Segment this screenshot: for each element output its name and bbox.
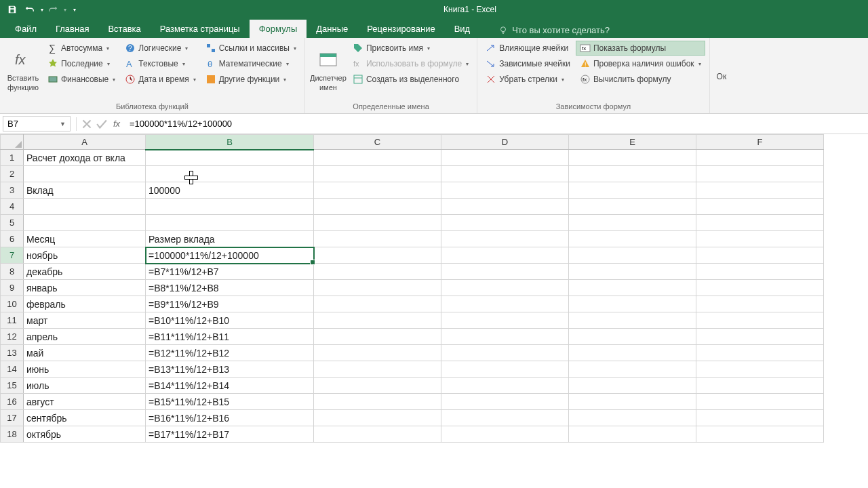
row-header-9[interactable]: 9 xyxy=(1,280,24,296)
cell-E13[interactable] xyxy=(569,345,696,361)
tab-layout[interactable]: Разметка страницы xyxy=(151,20,250,38)
cell-B5[interactable] xyxy=(146,215,314,231)
cancel-formula-button[interactable] xyxy=(79,117,94,131)
col-header-A[interactable]: A xyxy=(24,135,146,150)
col-header-D[interactable]: D xyxy=(441,135,569,150)
cell-F14[interactable] xyxy=(696,361,824,378)
cell-B16[interactable]: =B15*11%/12+B15 xyxy=(146,394,314,410)
row-header-16[interactable]: 16 xyxy=(1,394,24,410)
create-from-selection-button[interactable]: Создать из выделенного xyxy=(349,72,473,87)
cell-D12[interactable] xyxy=(441,329,569,345)
select-all-corner[interactable] xyxy=(1,135,24,150)
cell-D11[interactable] xyxy=(441,312,569,329)
cell-E8[interactable] xyxy=(569,264,696,280)
row-header-3[interactable]: 3 xyxy=(1,182,24,199)
cell-E4[interactable] xyxy=(569,199,696,215)
cell-D8[interactable] xyxy=(441,264,569,280)
cell-D13[interactable] xyxy=(441,345,569,361)
define-name-button[interactable]: Присвоить имя▾ xyxy=(349,41,473,56)
cell-E17[interactable] xyxy=(569,410,696,426)
enter-formula-button[interactable] xyxy=(94,117,109,131)
cell-E6[interactable] xyxy=(569,231,696,247)
cell-D10[interactable] xyxy=(441,296,569,312)
cell-D16[interactable] xyxy=(441,394,569,410)
cell-B14[interactable]: =B13*11%/12+B13 xyxy=(146,361,314,378)
cell-E5[interactable] xyxy=(569,215,696,231)
cell-C16[interactable] xyxy=(314,394,441,410)
cell-F2[interactable] xyxy=(696,166,824,182)
cell-C1[interactable] xyxy=(314,150,441,166)
row-header-2[interactable]: 2 xyxy=(1,166,24,182)
cell-B13[interactable]: =B12*11%/12+B12 xyxy=(146,345,314,361)
cell-D3[interactable] xyxy=(441,182,569,199)
cell-F6[interactable] xyxy=(696,231,824,247)
cell-A4[interactable] xyxy=(24,199,146,215)
show-formulas-button[interactable]: fxПоказать формулы xyxy=(576,41,705,56)
datetime-button[interactable]: Дата и время▾ xyxy=(121,72,199,87)
autosum-button[interactable]: ∑Автосумма▾ xyxy=(43,41,119,56)
row-header-15[interactable]: 15 xyxy=(1,378,24,394)
cell-C15[interactable] xyxy=(314,378,441,394)
cell-D15[interactable] xyxy=(441,378,569,394)
cell-C3[interactable] xyxy=(314,182,441,199)
cell-D2[interactable] xyxy=(441,166,569,182)
cell-B9[interactable]: =B8*11%/12+B8 xyxy=(146,280,314,296)
cell-C10[interactable] xyxy=(314,296,441,312)
cell-A8[interactable]: декабрь xyxy=(24,264,146,280)
cell-F9[interactable] xyxy=(696,280,824,296)
cell-D5[interactable] xyxy=(441,215,569,231)
cell-C13[interactable] xyxy=(314,345,441,361)
row-header-11[interactable]: 11 xyxy=(1,312,24,329)
cell-A9[interactable]: январь xyxy=(24,280,146,296)
recent-button[interactable]: Последние▾ xyxy=(43,56,119,71)
cell-A18[interactable]: октябрь xyxy=(24,426,146,443)
cell-B6[interactable]: Размер вклада xyxy=(146,231,314,247)
cell-F17[interactable] xyxy=(696,410,824,426)
tab-insert[interactable]: Вставка xyxy=(98,20,150,38)
redo-button[interactable] xyxy=(45,1,61,18)
trace-dependents-button[interactable]: Зависимые ячейки xyxy=(481,56,574,71)
cell-E11[interactable] xyxy=(569,312,696,329)
cell-C14[interactable] xyxy=(314,361,441,378)
cell-A5[interactable] xyxy=(24,215,146,231)
tab-home[interactable]: Главная xyxy=(46,20,98,38)
cell-A11[interactable]: март xyxy=(24,312,146,329)
cell-C7[interactable] xyxy=(314,247,441,264)
row-header-10[interactable]: 10 xyxy=(1,296,24,312)
cell-E1[interactable] xyxy=(569,150,696,166)
col-header-E[interactable]: E xyxy=(569,135,696,150)
cell-F5[interactable] xyxy=(696,215,824,231)
tab-formulas[interactable]: Формулы xyxy=(250,20,307,38)
row-header-14[interactable]: 14 xyxy=(1,361,24,378)
cell-C9[interactable] xyxy=(314,280,441,296)
cell-B15[interactable]: =B14*11%/12+B14 xyxy=(146,378,314,394)
cell-B8[interactable]: =B7*11%/12+B7 xyxy=(146,264,314,280)
math-button[interactable]: θМатематические▾ xyxy=(201,56,300,71)
row-header-8[interactable]: 8 xyxy=(1,264,24,280)
cell-C8[interactable] xyxy=(314,264,441,280)
tab-file[interactable]: Файл xyxy=(5,20,46,38)
error-checking-button[interactable]: !Проверка наличия ошибок▾ xyxy=(576,56,705,71)
undo-button[interactable] xyxy=(22,1,38,18)
cell-D7[interactable] xyxy=(441,247,569,264)
cell-C5[interactable] xyxy=(314,215,441,231)
row-header-4[interactable]: 4 xyxy=(1,199,24,215)
cell-A7[interactable]: ноябрь xyxy=(24,247,146,264)
remove-arrows-button[interactable]: Убрать стрелки▾ xyxy=(481,72,574,87)
cell-C2[interactable] xyxy=(314,166,441,182)
name-box-dropdown-icon[interactable]: ▼ xyxy=(60,121,66,127)
cell-A10[interactable]: февраль xyxy=(24,296,146,312)
cell-B11[interactable]: =B10*11%/12+B10 xyxy=(146,312,314,329)
cell-E2[interactable] xyxy=(569,166,696,182)
cell-C17[interactable] xyxy=(314,410,441,426)
logical-button[interactable]: ?Логические▾ xyxy=(121,41,199,56)
cell-A1[interactable]: Расчет дохода от вкла xyxy=(24,150,146,166)
trace-precedents-button[interactable]: Влияющие ячейки xyxy=(481,41,574,56)
cell-A6[interactable]: Месяц xyxy=(24,231,146,247)
row-header-1[interactable]: 1 xyxy=(1,150,24,166)
cell-E9[interactable] xyxy=(569,280,696,296)
financial-button[interactable]: Финансовые▾ xyxy=(43,72,119,87)
cell-E10[interactable] xyxy=(569,296,696,312)
cell-F4[interactable] xyxy=(696,199,824,215)
cell-E12[interactable] xyxy=(569,329,696,345)
